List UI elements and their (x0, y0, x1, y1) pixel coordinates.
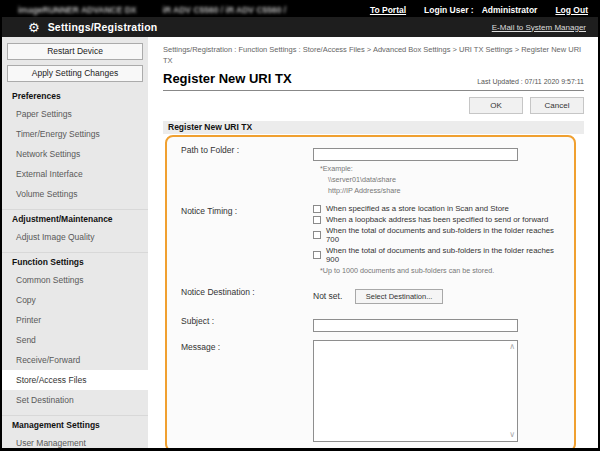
sidebar-item-set-destination[interactable]: Set Destination (2, 390, 148, 410)
log-out-link[interactable]: Log Out (555, 5, 588, 15)
device-model-redacted: iR ADV C5560 / iR ADV C5560 / (163, 5, 287, 15)
email-system-manager-link[interactable]: E-Mail to System Manager (492, 23, 586, 32)
sidebar-header-preferences: Preferences (2, 87, 148, 104)
example-unc-path: \\server01\data\share (328, 174, 566, 185)
gear-icon: ⚙ (28, 21, 40, 34)
sidebar-item-send[interactable]: Send (2, 330, 148, 350)
subject-label: Subject : (181, 314, 313, 332)
sidebar-section-management-settings: Management Settings User Management Devi… (2, 415, 148, 448)
app-header-bar: ⚙ Settings/Registration E-Mail to System… (2, 17, 598, 37)
sidebar-item-common-settings[interactable]: Common Settings (2, 270, 148, 290)
ok-button[interactable]: OK (469, 97, 523, 114)
checkbox-reaches-900-label: When the total of documents and sub-fold… (326, 246, 566, 264)
sidebar-header-management-settings: Management Settings (2, 415, 148, 433)
apply-setting-changes-button[interactable]: Apply Setting Changes (7, 65, 143, 82)
settings-sidebar: Restart Device Apply Setting Changes Pre… (2, 37, 148, 448)
path-example-block: *Example: \\server01\data\share http://I… (313, 163, 566, 196)
checkbox-reaches-700-label: When the total of documents and sub-fold… (326, 226, 566, 244)
app-title: Settings/Registration (48, 21, 158, 33)
sidebar-item-paper-settings[interactable]: Paper Settings (2, 104, 148, 124)
notice-timing-label: Notice Timing : (181, 204, 313, 275)
login-user-label: Login User : (424, 5, 474, 15)
sidebar-item-timer-energy-settings[interactable]: Timer/Energy Settings (2, 124, 148, 144)
last-updated-text: Last Updated : 07/11 2020 9:57:11 (477, 78, 584, 86)
example-http-path: http://IP Address/share (328, 185, 566, 196)
cancel-button[interactable]: Cancel (530, 97, 584, 114)
storage-limit-note: *Up to 1000 documents and sub-folders ca… (320, 266, 566, 275)
top-status-bar: imageRUNNER ADVANCE DX iR ADV C5560 / iR… (2, 2, 598, 17)
select-destination-button[interactable]: Select Destination... (355, 289, 444, 304)
sidebar-item-external-interface[interactable]: External Interface (2, 164, 148, 184)
scrollbar-down-icon[interactable]: ∨ (509, 431, 515, 439)
path-to-folder-label: Path to Folder : (181, 143, 313, 196)
checkbox-reaches-900[interactable] (313, 251, 321, 259)
subject-input[interactable] (313, 319, 518, 332)
sidebar-header-function-settings: Function Settings (2, 252, 148, 270)
sidebar-item-copy[interactable]: Copy (2, 290, 148, 310)
sidebar-section-function-settings: Function Settings Common Settings Copy P… (2, 252, 148, 410)
login-user-value: Administrator (482, 5, 538, 15)
notice-destination-label: Notice Destination : (181, 285, 313, 304)
sidebar-section-adjustment-maintenance: Adjustment/Maintenance Adjust Image Qual… (2, 209, 148, 247)
sidebar-item-store-access-files[interactable]: Store/Access Files (2, 370, 148, 390)
register-uri-tx-panel: Path to Folder : *Example: \\server01\da… (165, 135, 576, 448)
sidebar-header-adjustment-maintenance: Adjustment/Maintenance (2, 209, 148, 227)
main-content: Settings/Registration : Function Setting… (148, 37, 598, 448)
scrollbar-up-icon[interactable]: ∧ (509, 343, 515, 351)
checkbox-loopback-address-label: When a loopback address has been specifi… (326, 215, 548, 224)
example-caption: *Example: (320, 163, 566, 174)
device-name-redacted: imageRUNNER ADVANCE DX (18, 5, 137, 15)
checkbox-loopback-address[interactable] (313, 216, 321, 224)
sidebar-item-volume-settings[interactable]: Volume Settings (2, 184, 148, 204)
message-textarea-container: ∧ ∨ (313, 340, 518, 442)
path-to-folder-input[interactable] (313, 148, 518, 161)
restart-device-button[interactable]: Restart Device (7, 43, 143, 60)
form-section-title: Register New URI TX (163, 121, 584, 134)
message-label: Message : (181, 340, 313, 442)
checkbox-store-location-label: When specified as a store location in Sc… (326, 204, 509, 213)
sidebar-section-preferences: Preferences Paper Settings Timer/Energy … (2, 87, 148, 204)
message-textarea[interactable] (314, 341, 505, 441)
sidebar-item-network-settings[interactable]: Network Settings (2, 144, 148, 164)
checkbox-reaches-700[interactable] (313, 231, 321, 239)
sidebar-item-printer[interactable]: Printer (2, 310, 148, 330)
sidebar-item-user-management[interactable]: User Management (2, 433, 148, 448)
to-portal-link[interactable]: To Portal (370, 5, 406, 15)
checkbox-store-location[interactable] (313, 205, 321, 213)
sidebar-item-receive-forward[interactable]: Receive/Forward (2, 350, 148, 370)
breadcrumb[interactable]: Settings/Registration : Function Setting… (163, 45, 584, 66)
notice-destination-value: Not set. (313, 288, 342, 301)
sidebar-item-adjust-image-quality[interactable]: Adjust Image Quality (2, 227, 148, 247)
page-title: Register New URI TX (163, 71, 292, 86)
